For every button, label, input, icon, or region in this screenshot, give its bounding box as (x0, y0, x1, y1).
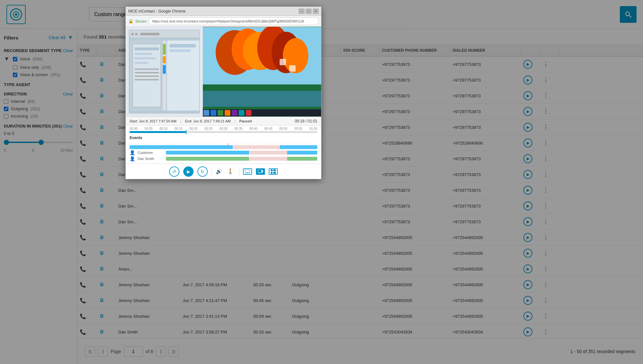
customer-name: Customer (138, 151, 163, 155)
tm-11: 00:55 (294, 127, 302, 130)
tm-3: 00:15 (175, 127, 183, 130)
controls-separator-1 (212, 168, 212, 175)
tm-4: 00:20 (189, 127, 197, 130)
player-info-bar: Start: Jun 8, 2017 7:47:20 AM | End: Jun… (126, 117, 321, 126)
screen-mock (129, 30, 200, 113)
grid-toggle[interactable] (269, 168, 278, 175)
player-time-display: 00:18 / 01:01 (295, 119, 317, 123)
timeline-cursor (186, 130, 186, 134)
customer-dots (249, 151, 287, 155)
timeline-bar: 00:00 00:05 00:10 00:15 00:20 00:25 00:3… (126, 126, 321, 133)
svg-rect-37 (232, 110, 238, 116)
svg-rect-17 (163, 65, 166, 74)
replay-button[interactable]: ↺ (169, 166, 179, 177)
svg-rect-35 (218, 110, 223, 116)
waveform-track (130, 145, 317, 149)
events-section: Events ♪ 👤 Customer (126, 134, 321, 164)
tm-2: 00:10 (159, 127, 168, 130)
waveform-segment-2 (280, 145, 317, 149)
nature-background (203, 27, 321, 117)
tm-8: 00:40 (249, 127, 258, 130)
svg-rect-30 (280, 59, 286, 65)
player-window: NICE inContact - Google Chrome ─ □ ✕ 🔒 S… (125, 6, 322, 179)
svg-rect-13 (134, 79, 159, 80)
play-pause-button[interactable]: ▶ (183, 166, 194, 177)
url-text: https://na1.test.nice-incontact.com/play… (152, 19, 304, 23)
svg-rect-7 (134, 53, 152, 55)
svg-rect-31 (289, 65, 296, 72)
svg-rect-15 (163, 44, 166, 55)
main-waveform-row (130, 145, 317, 149)
info-sep-2: | (234, 119, 235, 123)
tm-7: 00:35 (234, 127, 242, 130)
browser-bar: 🔒 Secure https://na1.test.nice-incontact… (126, 16, 321, 27)
customer-event-row: 👤 Customer (130, 150, 317, 155)
tm-5: 00:25 (204, 127, 213, 130)
customer-icon: 👤 (130, 150, 135, 155)
player-end-time: End: Jun 8, 2017 7:48:21 AM (185, 119, 231, 123)
svg-rect-6 (134, 48, 159, 50)
svg-rect-49 (271, 172, 273, 174)
lock-icon: 🔒 (128, 19, 133, 23)
controls-separator-2 (239, 168, 239, 175)
agent-event-row: 👤 Dan Smith (130, 156, 317, 161)
toolbar-dot-1 (131, 33, 134, 35)
agent-icon: 👤 (130, 156, 135, 161)
agent-segment-2 (287, 157, 317, 161)
timeline-track[interactable] (130, 131, 317, 133)
svg-rect-45 (258, 170, 262, 173)
person-icon[interactable]: 🚶 (226, 167, 235, 176)
waveform-dots (233, 145, 280, 149)
svg-rect-48 (273, 169, 276, 171)
waveform-segment-1 (130, 145, 233, 149)
screen-icon[interactable] (243, 168, 252, 175)
customer-segment-1 (166, 151, 249, 155)
tm-12: 01:00 (309, 127, 317, 130)
events-label: Events (130, 136, 317, 140)
svg-rect-19 (169, 44, 196, 48)
close-button[interactable]: ✕ (313, 9, 319, 14)
player-title: NICE inContact - Google Chrome (128, 9, 186, 13)
agent-dots (249, 157, 287, 161)
overlay-backdrop (0, 0, 643, 364)
video-panel (203, 27, 321, 117)
svg-rect-9 (134, 62, 149, 64)
customer-track (166, 151, 317, 155)
player-titlebar: NICE inContact - Google Chrome ─ □ ✕ (126, 7, 321, 16)
toolbar-dot-2 (135, 33, 138, 35)
svg-rect-16 (163, 56, 166, 63)
forward-button[interactable]: ↻ (197, 166, 208, 177)
svg-rect-10 (134, 68, 159, 70)
player-start-time: Start: Jun 8, 2017 7:47:20 AM (130, 119, 177, 123)
svg-rect-29 (203, 91, 321, 107)
svg-rect-47 (271, 169, 273, 171)
svg-rect-20 (169, 49, 190, 52)
volume-icon[interactable]: 🔊 (216, 168, 222, 174)
tm-9: 00:45 (264, 127, 272, 130)
svg-rect-12 (134, 75, 159, 77)
player-content (126, 27, 321, 117)
url-bar[interactable]: https://na1.test.nice-incontact.com/play… (149, 17, 319, 25)
svg-rect-34 (211, 110, 216, 116)
svg-rect-42 (245, 170, 250, 173)
maximize-button[interactable]: □ (306, 9, 312, 14)
note-track: ♪ (130, 141, 317, 145)
svg-rect-50 (273, 172, 276, 174)
agent-event-name: Dan Smith (138, 157, 163, 161)
tm-10: 00:50 (279, 127, 287, 130)
player-status: Paused (239, 119, 252, 123)
svg-rect-11 (134, 72, 159, 73)
agent-segment-1 (166, 157, 249, 161)
note-row: ♪ (130, 141, 317, 145)
minimize-button[interactable]: ─ (299, 9, 304, 14)
titlebar-buttons: ─ □ ✕ (299, 9, 319, 14)
tm-6: 00:30 (219, 127, 227, 130)
tm-0: 00:00 (130, 127, 138, 130)
screen-mock-container (126, 27, 203, 117)
svg-rect-38 (239, 110, 244, 116)
svg-rect-33 (204, 110, 209, 116)
customer-segment-2 (287, 151, 317, 155)
info-sep-1: | (180, 119, 181, 123)
timeline-markers: 00:00 00:05 00:10 00:15 00:20 00:25 00:3… (130, 127, 317, 130)
video-toggle[interactable] (256, 168, 265, 175)
